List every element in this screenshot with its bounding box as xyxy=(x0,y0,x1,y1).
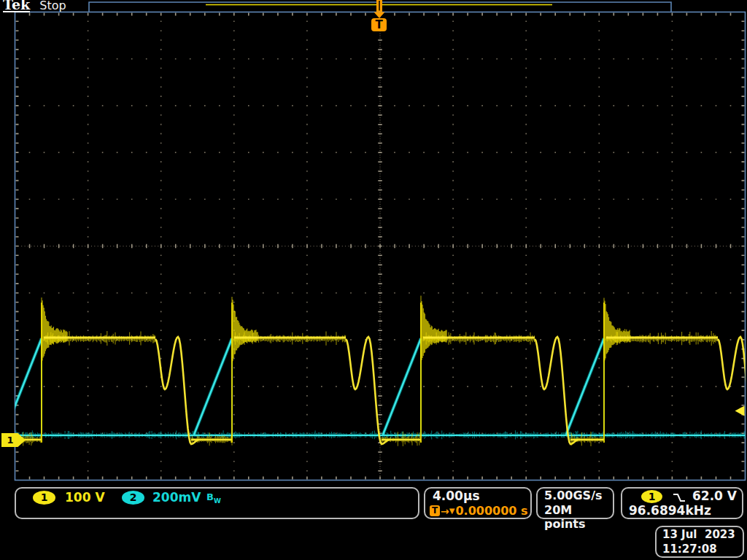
timebase-scale: 4.00µs xyxy=(433,489,480,503)
bandwidth-limit-icon: BW xyxy=(206,491,221,505)
sample-rate: 5.00GS/s xyxy=(544,489,603,502)
oscilloscope-screen: Tek Stop T 1 1 100 V 2 200mV BW 4.00µs T… xyxy=(0,0,747,560)
trigger-level: 62.0 V xyxy=(692,489,737,503)
trigger-frequency: 96.6894kHz xyxy=(629,503,711,518)
header: Tek Stop xyxy=(3,0,66,12)
trigger-readout[interactable]: 1 62.0 V 96.6894kHz xyxy=(621,487,743,519)
caret-down-icon: ▼ xyxy=(449,507,455,515)
trigger-position-readout: T → ▼ 0.000000 s xyxy=(430,504,528,518)
trigger-position-value: 0.000000 s xyxy=(455,504,527,518)
ch2-badge[interactable]: 2 xyxy=(122,491,144,505)
ch1-badge[interactable]: 1 xyxy=(33,491,55,505)
trigger-position-flag[interactable]: T xyxy=(371,18,387,31)
ch1-scale: 100 V xyxy=(65,490,105,505)
falling-edge-icon xyxy=(673,491,686,503)
graticule-and-traces xyxy=(0,0,747,560)
trigger-t-icon: T xyxy=(430,505,440,516)
channel-scale-readout[interactable]: 1 100 V 2 200mV BW xyxy=(15,487,419,519)
arrow-right-icon: → xyxy=(441,505,449,517)
trigger-level-arrow xyxy=(735,406,745,416)
traces xyxy=(4,296,747,447)
date-label: 13 Jul 2023 xyxy=(662,528,735,541)
acquisition-status: Stop xyxy=(39,0,66,12)
acquisition-readout[interactable]: 5.00GS/s 20M points xyxy=(536,487,614,519)
horizontal-readout[interactable]: 4.00µs T → ▼ 0.000000 s xyxy=(424,487,532,519)
datetime-readout: 13 Jul 2023 11:27:08 xyxy=(655,526,744,558)
trigger-source-badge[interactable]: 1 xyxy=(641,490,662,503)
record-length: 20M points xyxy=(544,503,613,531)
tek-logo: Tek xyxy=(3,0,30,12)
time-label: 11:27:08 xyxy=(662,542,717,556)
ch2-scale: 200mV xyxy=(152,490,201,505)
trigger-position-arrow xyxy=(374,12,385,19)
